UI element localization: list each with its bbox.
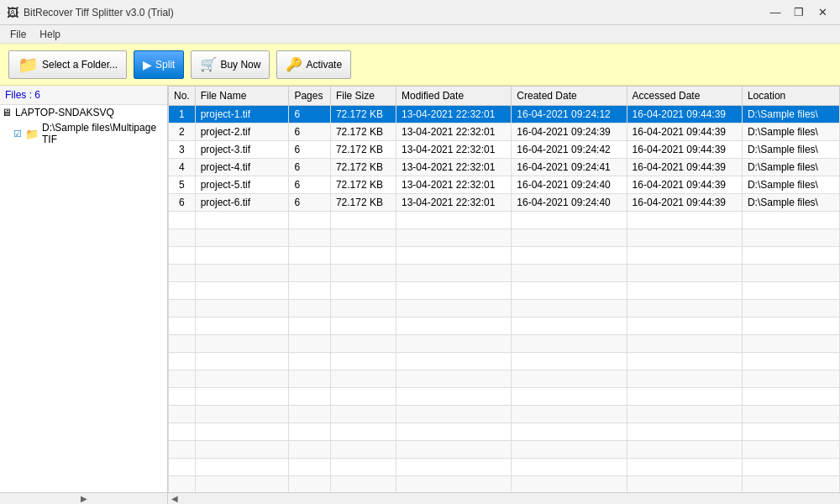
table-cell-empty [742, 300, 839, 318]
buy-now-button[interactable]: 🛒 Buy Now [191, 50, 270, 79]
table-cell: 13-04-2021 22:32:01 [396, 141, 512, 159]
scroll-left-icon[interactable]: ◀ [171, 494, 178, 503]
table-cell-empty [289, 353, 330, 370]
table-row-empty [169, 335, 840, 353]
table-cell-empty [396, 318, 512, 335]
computer-icon: 🖥 [2, 107, 12, 118]
window-controls: — ❐ ✕ [764, 4, 833, 21]
table-cell-empty [169, 406, 196, 423]
split-button[interactable]: ▶ Split [134, 50, 184, 79]
table-cell-empty [742, 370, 839, 388]
table-cell-empty [330, 441, 396, 459]
content-area: No. File Name Pages File Size Modified D… [168, 86, 840, 504]
close-button[interactable]: ✕ [811, 4, 833, 21]
folder-sm-icon: 📁 [25, 128, 39, 140]
table-cell-empty [195, 265, 289, 282]
menu-file[interactable]: File [3, 27, 33, 42]
table-cell-empty [512, 476, 627, 493]
table-cell: 72.172 KB [330, 106, 396, 123]
table-cell: 16-04-2021 09:24:39 [512, 123, 627, 141]
table-cell-empty [195, 212, 289, 229]
table-cell-empty [512, 388, 627, 406]
table-cell-empty [396, 406, 512, 423]
table-cell-empty [742, 335, 839, 353]
table-cell: 16-04-2021 09:44:39 [627, 159, 742, 176]
table-cell-empty [169, 476, 196, 493]
table-cell: 16-04-2021 09:44:39 [627, 176, 742, 194]
table-cell-empty [169, 353, 196, 370]
table-cell-empty [289, 441, 330, 459]
table-cell-empty [512, 282, 627, 300]
table-cell: 72.172 KB [330, 194, 396, 212]
table-cell-empty [396, 388, 512, 406]
table-cell: 13-04-2021 22:32:01 [396, 123, 512, 141]
table-cell-empty [289, 388, 330, 406]
table-cell-empty [289, 282, 330, 300]
table-cell-empty [512, 353, 627, 370]
table-cell: 16-04-2021 09:44:39 [627, 194, 742, 212]
table-cell-empty [627, 300, 742, 318]
table-cell-empty [627, 318, 742, 335]
header-created: Created Date [512, 87, 627, 106]
table-cell-empty [195, 318, 289, 335]
key-icon: 🔑 [286, 56, 302, 72]
table-cell-empty [195, 370, 289, 388]
table-wrapper[interactable]: No. File Name Pages File Size Modified D… [168, 86, 840, 492]
table-cell-empty [195, 353, 289, 370]
header-modified: Modified Date [396, 87, 512, 106]
table-cell-empty [512, 370, 627, 388]
table-cell: 16-04-2021 09:44:39 [627, 123, 742, 141]
table-cell-empty [742, 459, 839, 476]
table-cell: 6 [289, 194, 330, 212]
table-cell-empty [396, 300, 512, 318]
table-cell: project-5.tif [195, 176, 289, 194]
select-folder-label: Select a Folder... [42, 59, 118, 71]
table-cell: project-6.tif [195, 194, 289, 212]
arrow-right-icon[interactable]: ▶ [81, 494, 87, 503]
table-cell-empty [742, 318, 839, 335]
table-cell-empty [512, 265, 627, 282]
table-cell: 72.172 KB [330, 123, 396, 141]
table-cell-empty [169, 370, 196, 388]
table-row-empty [169, 229, 840, 247]
tree-computer[interactable]: 🖥 LAPTOP-SNDAKSVQ [0, 105, 167, 120]
table-row[interactable]: 1project-1.tif672.172 KB13-04-2021 22:32… [169, 106, 840, 123]
menu-bar: File Help [0, 25, 840, 44]
computer-label: LAPTOP-SNDAKSVQ [15, 107, 114, 118]
table-cell-empty [512, 459, 627, 476]
menu-help[interactable]: Help [33, 27, 67, 42]
table-row[interactable]: 4project-4.tif672.172 KB13-04-2021 22:32… [169, 159, 840, 176]
checkbox-icon[interactable]: ☑ [13, 129, 22, 139]
table-row[interactable]: 6project-6.tif672.172 KB13-04-2021 22:32… [169, 194, 840, 212]
table-cell-empty [627, 423, 742, 441]
table-cell-empty [742, 282, 839, 300]
table-cell-empty [169, 441, 196, 459]
table-cell-empty [289, 476, 330, 493]
table-cell-empty [742, 406, 839, 423]
tree-folder[interactable]: ☑ 📁 D:\Sample files\Multipage TIF [0, 120, 167, 147]
table-row-empty [169, 318, 840, 335]
table-row[interactable]: 5project-5.tif672.172 KB13-04-2021 22:32… [169, 176, 840, 194]
table-cell: 16-04-2021 09:44:39 [627, 141, 742, 159]
table-row-empty [169, 441, 840, 459]
horizontal-scrollbar[interactable]: ◀ [168, 492, 840, 504]
table-cell-empty [195, 441, 289, 459]
table-cell: 1 [169, 106, 196, 123]
table-cell-empty [396, 423, 512, 441]
table-cell-empty [396, 335, 512, 353]
activate-button[interactable]: 🔑 Activate [276, 50, 351, 79]
table-cell-empty [627, 265, 742, 282]
table-header-row: No. File Name Pages File Size Modified D… [169, 87, 840, 106]
table-cell-empty [330, 406, 396, 423]
table-cell-empty [195, 459, 289, 476]
select-folder-button[interactable]: 📁 Select a Folder... [8, 50, 127, 79]
minimize-button[interactable]: — [764, 4, 786, 21]
table-cell: 16-04-2021 09:24:42 [512, 141, 627, 159]
maximize-button[interactable]: ❐ [788, 4, 810, 21]
main-layout: Files : 6 🖥 LAPTOP-SNDAKSVQ ☑ 📁 D:\Sampl… [0, 86, 840, 504]
table-cell-empty [330, 423, 396, 441]
table-cell-empty [512, 318, 627, 335]
table-row-empty [169, 459, 840, 476]
table-row[interactable]: 3project-3.tif672.172 KB13-04-2021 22:32… [169, 141, 840, 159]
table-row[interactable]: 2project-2.tif672.172 KB13-04-2021 22:32… [169, 123, 840, 141]
